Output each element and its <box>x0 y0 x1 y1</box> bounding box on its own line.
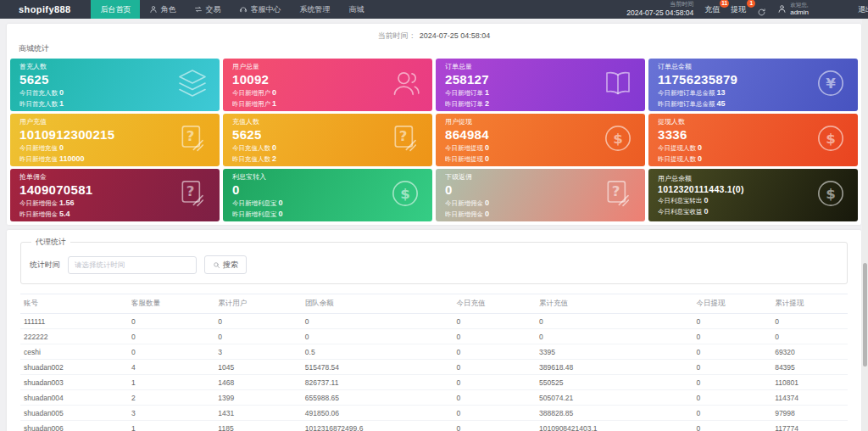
exchange-icon <box>194 5 203 14</box>
user-menu[interactable]: 欢迎您, admin <box>777 2 809 16</box>
user-icon <box>149 5 158 14</box>
logout-button[interactable]: 退出 <box>858 0 868 19</box>
stat-card-11: 用户总余额1012320111443.1(0)今日利息宝转出0今日利息宝收益0$ <box>648 169 858 221</box>
stat-card-title: 用户总余额 <box>658 174 744 183</box>
nav-item-label: 系统管理 <box>299 4 330 15</box>
nav-item-3[interactable]: 客服中心 <box>230 0 290 19</box>
stat-card-body: 抢单佣金1409070581今日新增佣金1.56昨日新增佣金5.4 <box>19 172 92 219</box>
table-cell: 389618.48 <box>536 360 693 375</box>
page-scrollbar[interactable] <box>862 19 868 431</box>
current-time-row: 当前时间：2024-07-25 04:58:04 <box>8 28 860 43</box>
table-row: shuadan00531431491850.060388828.85097998 <box>20 406 848 421</box>
stat-card-line-1: 今日新增订单1 <box>445 88 489 98</box>
stat-card-value: 864984 <box>445 127 489 143</box>
username: admin <box>790 8 809 17</box>
table-cell: 0 <box>693 360 771 375</box>
stat-card-line-1: 今日首充人数0 <box>19 88 64 98</box>
table-row: shuadan00311468826737.1105505250110801 <box>20 375 848 390</box>
current-time-value: 2024-07-25 04:58:04 <box>420 31 491 40</box>
nav-item-label: 交易 <box>205 4 220 15</box>
table-cell: 0 <box>128 344 214 360</box>
table-cell: 0 <box>214 329 301 344</box>
table-cell: shuadan005 <box>20 406 128 421</box>
stat-card-value: 1010912300215 <box>19 127 114 143</box>
app-logo[interactable]: shopify888 <box>0 0 91 19</box>
svg-text:?: ? <box>186 183 195 199</box>
user-icon <box>777 4 787 14</box>
table-cell: 3 <box>128 406 214 421</box>
stat-card-title: 用户提现 <box>445 117 489 126</box>
stat-card-body: 下级返佣0今日新增佣金0昨日新增佣金0 <box>445 172 489 219</box>
stat-card-value: 1012320111443.1(0) <box>658 184 744 195</box>
stat-time-input[interactable] <box>68 256 197 274</box>
nav-item-1[interactable]: 角色 <box>140 0 185 19</box>
table-cell: 388828.85 <box>536 406 693 421</box>
search-button[interactable]: 搜索 <box>204 255 247 274</box>
stat-card-line-1: 今日新增佣金0 <box>445 199 489 208</box>
table-cell: 0 <box>128 314 214 329</box>
main-menu: 后台首页角色交易客服中心系统管理商城 <box>91 0 373 19</box>
table-cell: 114374 <box>771 390 848 406</box>
table-cell: 97998 <box>771 406 848 421</box>
table-row: shuadan006111851012316872499.60101090842… <box>20 421 848 431</box>
nav-item-4[interactable]: 系统管理 <box>290 0 339 19</box>
stat-card-line-1: 今日新增充值0 <box>19 143 114 153</box>
table-header-cell: 团队余额 <box>302 294 453 314</box>
stat-card-line-2: 昨日新增提现0 <box>445 154 489 164</box>
stat-card-body: 首充人数5625今日首充人数0昨日首充人数1 <box>19 62 64 109</box>
stat-card-0: 首充人数5625今日首充人数0昨日首充人数1 <box>10 59 220 111</box>
withdraw-badge: 1 <box>747 0 755 8</box>
nav-item-5[interactable]: 商城 <box>339 0 373 19</box>
filter-label: 统计时间 <box>30 260 60 271</box>
current-time-label: 当前时间： <box>378 31 416 40</box>
nav-item-label: 客服中心 <box>250 4 281 15</box>
agent-stats-title: 代理统计 <box>31 237 70 248</box>
stat-card-3: 订单总金额11756235879今日新增订单总金额13昨日新增订单总金额45¥ <box>648 59 858 111</box>
doc-edit-icon: ? <box>388 121 422 159</box>
stat-card-line-1: 今日充值人数0 <box>232 143 276 153</box>
table-cell: 0 <box>693 314 771 329</box>
scrollbar-thumb[interactable] <box>863 263 867 367</box>
refresh-icon[interactable] <box>757 5 766 14</box>
withdraw-label: 提现 <box>731 5 746 14</box>
stat-card-line-2: 昨日新增佣金5.4 <box>19 210 92 219</box>
table-cell: 550525 <box>536 375 693 390</box>
table-cell: 0 <box>453 329 536 344</box>
withdraw-link[interactable]: 提现 1 <box>731 4 746 15</box>
stat-card-body: 用户充值1010912300215今日新增充值0昨日新增充值110000 <box>19 117 114 164</box>
table-cell: 0 <box>453 406 536 421</box>
stat-card-line-2: 昨日提现人数0 <box>658 154 702 164</box>
stat-card-title: 充值人数 <box>232 117 276 126</box>
nav-item-2[interactable]: 交易 <box>185 0 230 19</box>
stat-card-title: 提现人数 <box>658 117 702 126</box>
dollar-icon: $ <box>814 121 848 159</box>
svg-text:$: $ <box>826 131 836 147</box>
table-cell: 0 <box>302 314 453 329</box>
stat-card-value: 1409070581 <box>19 182 92 198</box>
stat-card-value: 11756235879 <box>658 72 737 87</box>
table-cell: 222222 <box>20 329 128 344</box>
table-cell: 0 <box>536 329 693 344</box>
table-cell: ceshi <box>20 344 128 360</box>
recharge-link[interactable]: 充值 11 <box>704 4 720 15</box>
navbar: shopify888 后台首页角色交易客服中心系统管理商城 当前时间 2024-… <box>0 0 868 19</box>
svg-text:?: ? <box>612 183 620 199</box>
doc-edit-icon: ? <box>601 176 635 214</box>
table-header-cell: 累计充值 <box>536 294 693 314</box>
agent-table: 账号客服数量累计用户团队余额今日充值累计充值今日提现累计提现 111111000… <box>20 294 848 431</box>
nav-item-0[interactable]: 后台首页 <box>91 0 140 19</box>
stat-card-7: 提现人数3336今日提现人数0昨日提现人数0$ <box>648 114 858 166</box>
stat-card-line-2: 昨日新增佣金0 <box>445 210 489 219</box>
table-cell: 0 <box>771 329 848 344</box>
stat-card-title: 用户总量 <box>232 62 276 71</box>
table-cell: 826737.11 <box>302 375 453 390</box>
table-header-cell: 账号 <box>20 294 128 314</box>
stat-card-body: 用户总量10092今日新增用户0昨日新增用户1 <box>232 62 276 109</box>
stat-card-line-2: 昨日新增充值110000 <box>19 154 114 164</box>
table-cell: 491850.06 <box>302 406 453 421</box>
stat-card-value: 0 <box>445 182 489 198</box>
svg-text:$: $ <box>400 186 410 202</box>
stat-card-value: 10092 <box>232 72 276 87</box>
table-cell: 111111 <box>20 314 128 329</box>
book-icon <box>601 66 635 104</box>
